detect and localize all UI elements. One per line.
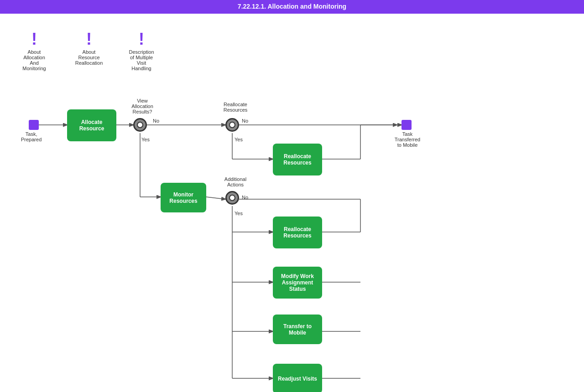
label-no-reallocate: No <box>242 118 248 124</box>
legend-label-2: About Resource Reallocation <box>75 49 103 66</box>
legend-label-3: Description of Multiple Visit Handling <box>129 49 154 71</box>
decision-reallocate[interactable] <box>225 118 239 132</box>
legend-description-multiple[interactable]: ! Description of Multiple Visit Handling <box>116 31 167 71</box>
readjust-visits-node[interactable]: Readjust Visits <box>273 364 322 392</box>
legend-about-reallocation[interactable]: ! About Resource Reallocation <box>64 31 114 66</box>
reallocate-resources-node-2[interactable]: Reallocate Resources <box>273 217 322 248</box>
label-yes-view: Yes <box>141 137 150 142</box>
exclamation-icon-3: ! <box>139 31 144 47</box>
exclamation-icon-1: ! <box>31 31 37 47</box>
reallocate-resources-label-top: ReallocateResources <box>217 102 254 113</box>
legend-label-1: About Allocation And Monitoring <box>22 49 46 71</box>
task-prepared-label: Task,Prepared <box>21 131 42 142</box>
label-no-additional: No <box>242 195 248 200</box>
svg-line-5 <box>206 197 225 199</box>
additional-actions-label: AdditionalActions <box>217 176 254 187</box>
task-transferred-label: TaskTransferredto Mobile <box>391 131 423 148</box>
label-no-view: No <box>153 118 159 124</box>
transfer-to-mobile-node[interactable]: Transfer to Mobile <box>273 315 322 344</box>
exclamation-icon-2: ! <box>86 31 92 47</box>
legend-about-allocation[interactable]: ! About Allocation And Monitoring <box>9 31 59 71</box>
monitor-resources-node[interactable]: Monitor Resources <box>161 183 206 212</box>
view-allocation-label: ViewAllocationResults? <box>124 98 161 114</box>
page-title: 7.22.12.1. Allocation and Monitoring <box>0 0 584 14</box>
allocate-resource-node[interactable]: Allocate Resource <box>67 109 116 141</box>
task-transferred-icon <box>402 120 412 130</box>
diagram-area: ! About Allocation And Monitoring ! Abou… <box>0 14 584 392</box>
decision-additional-actions[interactable] <box>225 191 239 205</box>
decision-view-allocation[interactable] <box>133 118 147 132</box>
task-prepared-icon <box>29 120 39 130</box>
label-yes-reallocate: Yes <box>235 137 243 142</box>
reallocate-resources-node-1[interactable]: Reallocate Resources <box>273 144 322 175</box>
label-yes-additional: Yes <box>235 211 243 216</box>
modify-work-assignment-node[interactable]: Modify Work Assignment Status <box>273 267 322 299</box>
